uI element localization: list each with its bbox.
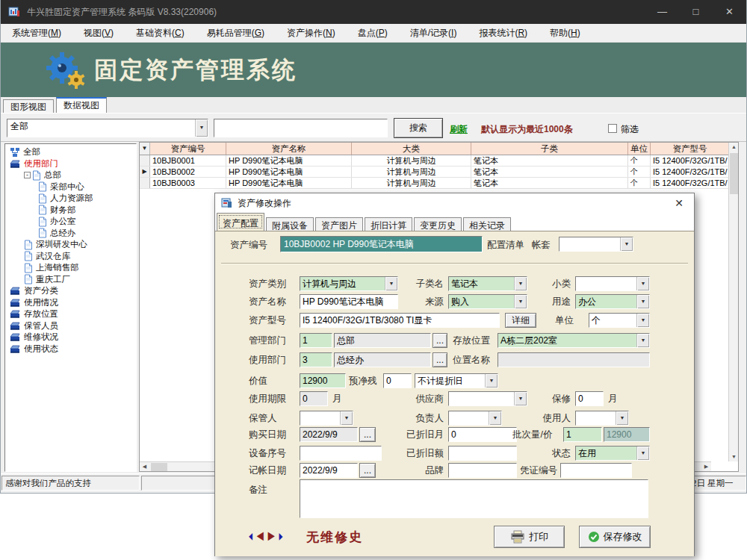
menu-item-6[interactable]: 清单/记录(I) xyxy=(399,24,468,43)
tree-item-12[interactable]: 资产分类 xyxy=(5,285,136,297)
prev-record-icon[interactable]: ◀ xyxy=(256,532,267,542)
grid-column-header-2[interactable]: 大类 xyxy=(352,143,471,155)
tree-item-14[interactable]: 存放位置 xyxy=(5,308,136,320)
remark-textarea[interactable] xyxy=(300,479,648,518)
tree-item-17[interactable]: 使用状态 xyxy=(5,343,136,355)
purchase-date-browse-button[interactable]: ... xyxy=(359,427,376,442)
grid-column-header-0[interactable]: 资产编号 xyxy=(150,143,226,155)
menu-item-0[interactable]: 系统管理(M) xyxy=(1,24,72,43)
value-input[interactable] xyxy=(300,373,346,388)
menu-item-1[interactable]: 视图(V) xyxy=(72,24,125,43)
tree-item-13[interactable]: 使用情况 xyxy=(5,297,136,309)
user-select[interactable]: ▼ xyxy=(575,411,629,426)
vertical-scrollbar[interactable]: ▲ ▼ xyxy=(728,143,738,461)
tree-item-9[interactable]: 武汉仓库 xyxy=(5,251,136,263)
table-row[interactable]: 10BJB0003HP D990笔记本电脑计算机与周边笔记本个I5 12400F… xyxy=(140,178,738,189)
chevron-down-icon[interactable]: ▼ xyxy=(636,295,649,308)
search-scope-select[interactable]: 全部 ▼ xyxy=(7,119,208,137)
menu-item-3[interactable]: 易耗品管理(G) xyxy=(196,24,276,43)
chevron-down-icon[interactable]: ▼ xyxy=(195,119,208,137)
use-dept-browse-button[interactable]: ... xyxy=(433,352,447,367)
custodian-select[interactable]: ▼ xyxy=(300,411,353,426)
lifespan-input[interactable] xyxy=(300,391,328,406)
grid-column-header-4[interactable]: 单位 xyxy=(628,143,651,155)
asset-category-select[interactable]: 计算机与周边 ▼ xyxy=(300,276,398,291)
supplier-select[interactable]: ▼ xyxy=(448,391,527,406)
chevron-down-icon[interactable]: ▼ xyxy=(636,314,649,327)
vertical-scroll-thumb[interactable] xyxy=(730,153,738,194)
tree-item-1[interactable]: 使用部门 xyxy=(5,158,136,170)
unit-select[interactable]: 个 ▼ xyxy=(589,313,650,328)
chevron-down-icon[interactable]: ▼ xyxy=(636,277,649,290)
chevron-down-icon[interactable]: ▼ xyxy=(620,237,633,251)
dep-months-input[interactable] xyxy=(448,427,517,442)
scroll-left-icon[interactable]: ◀ xyxy=(140,462,149,471)
tree-item-0[interactable]: 全部 xyxy=(5,146,136,158)
chevron-down-icon[interactable]: ▼ xyxy=(636,334,649,347)
print-button[interactable]: 打印 xyxy=(494,526,565,548)
dialog-close-icon[interactable]: ✕ xyxy=(672,196,686,211)
mgmt-dept-code-input[interactable] xyxy=(300,333,332,348)
tree-item-3[interactable]: 采部中心 xyxy=(5,181,136,193)
brand-input[interactable] xyxy=(448,463,517,478)
view-tab-1[interactable]: 数据视图 xyxy=(56,97,107,113)
chevron-down-icon[interactable]: ▼ xyxy=(385,277,397,290)
purchase-date-input[interactable] xyxy=(300,427,358,442)
chevron-down-icon[interactable]: ▼ xyxy=(340,411,353,425)
chevron-down-icon[interactable]: ▼ xyxy=(489,411,501,425)
source-select[interactable]: 购入 ▼ xyxy=(448,294,527,309)
subclass-select[interactable]: 笔记本 ▼ xyxy=(448,276,527,291)
depreciation-mode-select[interactable]: 不计提折旧 ▼ xyxy=(415,373,498,388)
search-button[interactable]: 搜索 xyxy=(394,118,443,138)
menu-item-5[interactable]: 盘点(P) xyxy=(347,24,399,43)
minimize-button[interactable]: — xyxy=(645,0,679,24)
table-row[interactable]: ▶10BJB0002HP D990笔记本电脑计算机与周边笔记本个I5 12400… xyxy=(140,167,738,178)
tree-item-5[interactable]: 财务部 xyxy=(5,205,136,217)
mgmt-dept-name-input[interactable] xyxy=(334,333,431,348)
asset-name-input[interactable] xyxy=(300,294,398,309)
purpose-select[interactable]: 办公 ▼ xyxy=(575,294,650,309)
close-button[interactable]: ✕ xyxy=(713,0,746,24)
tree-item-2[interactable]: -总部 xyxy=(5,169,136,181)
horizontal-scroll-thumb[interactable] xyxy=(151,463,167,471)
dep-amount-input[interactable] xyxy=(448,446,517,461)
dialog-tab-0[interactable]: 资产配置 xyxy=(217,213,264,231)
tree-item-4[interactable]: 人力资源部 xyxy=(5,193,136,205)
use-dept-name-input[interactable] xyxy=(334,352,431,367)
location-name-input[interactable] xyxy=(498,352,650,367)
refresh-link[interactable]: 刷新 xyxy=(450,123,468,136)
table-row[interactable]: 10BJB0001HP D990笔记本电脑计算机与周边笔记本个I5 12400F… xyxy=(140,155,738,167)
model-input[interactable] xyxy=(300,313,500,328)
view-tab-0[interactable]: 图形视图 xyxy=(3,99,54,113)
collapse-icon[interactable]: - xyxy=(24,172,31,178)
first-record-icon[interactable]: ⏴ xyxy=(249,532,256,542)
manager-select[interactable]: ▼ xyxy=(448,411,502,426)
chevron-down-icon[interactable]: ▼ xyxy=(485,374,498,388)
book-date-input[interactable] xyxy=(300,463,358,478)
menu-item-4[interactable]: 资产操作(N) xyxy=(276,24,347,43)
grid-column-header-5[interactable]: 资产型号 xyxy=(651,143,730,155)
grid-column-header-1[interactable]: 资产名称 xyxy=(226,143,352,155)
location-select[interactable]: A栋二层202室 ▼ xyxy=(498,333,650,348)
tree-item-16[interactable]: 维修状况 xyxy=(5,332,136,343)
chevron-down-icon[interactable]: ▼ xyxy=(514,295,527,308)
menu-item-2[interactable]: 基础资料(C) xyxy=(125,24,196,43)
menu-item-8[interactable]: 帮助(H) xyxy=(539,24,592,43)
chevron-down-icon[interactable]: ▼ xyxy=(514,277,527,290)
menu-item-7[interactable]: 报表统计(R) xyxy=(468,24,539,43)
tree-item-11[interactable]: 重庆工厂 xyxy=(5,274,136,286)
tree-item-15[interactable]: 保管人员 xyxy=(5,320,136,332)
voucher-input[interactable] xyxy=(560,463,632,478)
scroll-up-icon[interactable]: ▲ xyxy=(729,143,739,152)
chevron-down-icon[interactable]: ▼ xyxy=(636,447,649,460)
chevron-down-icon[interactable]: ▼ xyxy=(616,411,628,425)
scroll-right-icon[interactable]: ▶ xyxy=(701,462,711,471)
chevron-down-icon[interactable]: ▼ xyxy=(514,392,527,405)
mgmt-dept-browse-button[interactable]: ... xyxy=(433,333,447,348)
tree-item-6[interactable]: 办公室 xyxy=(5,216,136,228)
save-button[interactable]: 保存修改 xyxy=(579,526,651,548)
residual-input[interactable] xyxy=(383,373,412,388)
use-dept-code-input[interactable] xyxy=(300,352,332,367)
batch-qty-input[interactable] xyxy=(563,427,602,442)
maximize-button[interactable]: □ xyxy=(679,0,713,24)
